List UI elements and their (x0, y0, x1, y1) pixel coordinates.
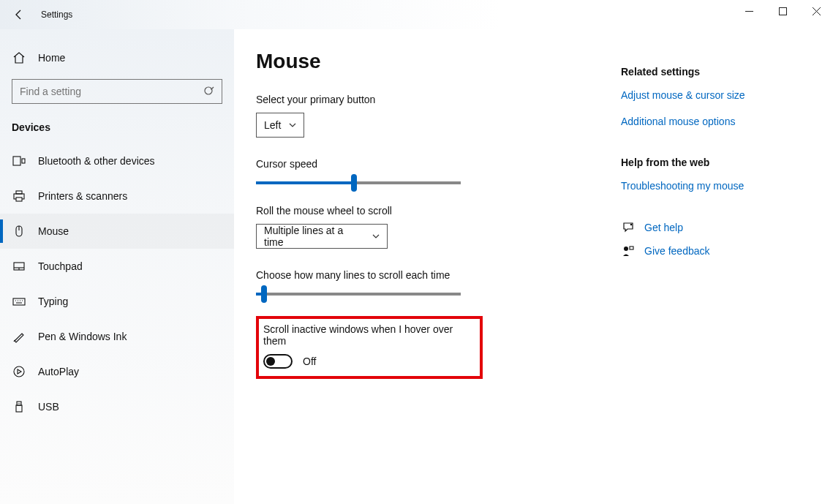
primary-button-label: Select your primary button (256, 94, 606, 105)
get-help-link[interactable]: Get help (644, 222, 683, 233)
wheel-dropdown[interactable]: Multiple lines at a time (256, 224, 388, 249)
svg-rect-7 (22, 159, 25, 163)
window-controls (732, 0, 833, 29)
usb-icon (12, 400, 26, 413)
svg-point-22 (14, 366, 24, 377)
sidebar-item-autoplay[interactable]: AutoPlay (0, 354, 234, 389)
mouse-icon (12, 225, 26, 238)
chevron-down-icon (289, 123, 296, 127)
search-input[interactable] (12, 79, 222, 104)
link-troubleshoot[interactable]: Troubleshooting my mouse (621, 180, 811, 192)
search-wrap (12, 79, 222, 104)
sidebar-item-label: Pen & Windows Ink (38, 331, 127, 342)
wheel-setting: Roll the mouse wheel to scroll Multiple … (256, 205, 606, 249)
sidebar-item-printers[interactable]: Printers & scanners (0, 178, 234, 214)
inactive-toggle[interactable] (263, 354, 293, 369)
sidebar-item-label: Printers & scanners (38, 190, 127, 202)
main-content: Mouse Select your primary button Left Cu… (234, 29, 833, 504)
feedback-icon (621, 244, 636, 257)
svg-rect-10 (16, 198, 22, 201)
give-feedback-link[interactable]: Give feedback (644, 245, 710, 257)
primary-button-dropdown[interactable]: Left (256, 113, 304, 138)
slider-thumb[interactable] (351, 174, 357, 192)
keyboard-icon (12, 295, 26, 308)
primary-button-setting: Select your primary button Left (256, 94, 606, 138)
sidebar-item-touchpad[interactable]: Touchpad (0, 249, 234, 284)
pen-icon (12, 330, 26, 343)
toggle-knob (266, 357, 275, 366)
cursor-speed-setting: Cursor speed (256, 158, 606, 184)
give-feedback-row[interactable]: Give feedback (621, 244, 811, 257)
svg-point-4 (205, 87, 212, 94)
wheel-value: Multiple lines at a time (264, 225, 365, 248)
primary-button-value: Left (264, 119, 281, 131)
sidebar: Home Devices Bluetooth & other devices P… (0, 29, 234, 504)
svg-rect-23 (17, 402, 21, 405)
sidebar-item-pen[interactable]: Pen & Windows Ink (0, 319, 234, 354)
bluetooth-icon (12, 154, 26, 168)
inactive-value: Off (303, 356, 316, 367)
page-title: Mouse (256, 50, 606, 73)
highlighted-setting: Scroll inactive windows when I hover ove… (256, 316, 483, 379)
get-help-row[interactable]: Get help (621, 221, 811, 234)
home-icon (12, 51, 26, 64)
svg-rect-16 (13, 298, 25, 305)
lines-label: Choose how many lines to scroll each tim… (256, 269, 606, 281)
svg-rect-6 (13, 157, 20, 165)
link-additional-options[interactable]: Additional mouse options (621, 116, 811, 127)
maximize-button[interactable] (766, 0, 799, 22)
link-adjust-mouse[interactable]: Adjust mouse & cursor size (621, 89, 811, 101)
svg-rect-29 (630, 247, 633, 249)
lines-slider[interactable] (256, 293, 461, 296)
svg-rect-24 (16, 405, 22, 412)
sidebar-item-label: AutoPlay (38, 366, 79, 377)
svg-point-28 (624, 247, 628, 251)
window-title: Settings (41, 10, 72, 20)
lines-setting: Choose how many lines to scroll each tim… (256, 269, 606, 296)
sidebar-item-bluetooth[interactable]: Bluetooth & other devices (0, 143, 234, 178)
sidebar-item-label: Typing (38, 296, 68, 307)
home-nav[interactable]: Home (0, 44, 234, 72)
help-heading: Help from the web (621, 157, 811, 168)
right-column: Related settings Adjust mouse & cursor s… (621, 44, 811, 504)
autoplay-icon (12, 365, 26, 378)
sidebar-item-label: USB (38, 401, 59, 413)
section-heading: Devices (0, 117, 234, 143)
sidebar-item-usb[interactable]: USB (0, 389, 234, 424)
minimize-button[interactable] (732, 0, 766, 22)
close-button[interactable] (799, 0, 833, 22)
svg-rect-1 (779, 7, 786, 15)
sidebar-item-mouse[interactable]: Mouse (0, 214, 234, 249)
sidebar-item-label: Mouse (38, 225, 69, 237)
cursor-speed-label: Cursor speed (256, 158, 606, 170)
search-icon (203, 86, 215, 97)
slider-thumb[interactable] (261, 285, 267, 303)
sidebar-item-typing[interactable]: Typing (0, 284, 234, 319)
wheel-label: Roll the mouse wheel to scroll (256, 205, 606, 217)
chat-icon (621, 221, 636, 234)
svg-rect-9 (16, 191, 22, 194)
touchpad-icon (12, 260, 26, 273)
sidebar-item-label: Touchpad (38, 260, 83, 272)
home-label: Home (38, 52, 65, 64)
titlebar: Settings (0, 0, 833, 29)
chevron-down-icon (372, 234, 380, 238)
cursor-speed-slider[interactable] (256, 181, 461, 184)
related-heading: Related settings (621, 66, 811, 78)
sidebar-item-label: Bluetooth & other devices (38, 155, 155, 167)
printer-icon (12, 189, 26, 203)
back-icon[interactable] (13, 9, 25, 20)
inactive-label: Scroll inactive windows when I hover ove… (263, 323, 474, 347)
svg-point-27 (630, 224, 633, 226)
